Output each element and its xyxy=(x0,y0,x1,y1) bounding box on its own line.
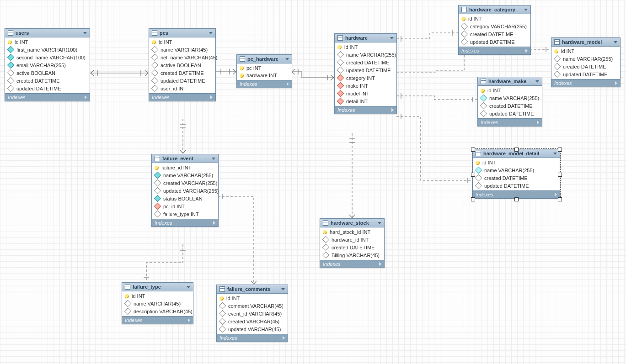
indexes-section[interactable]: Indexes xyxy=(320,260,384,268)
entity-failure_event[interactable]: failure_eventfailure_id INTname VARCHAR(… xyxy=(151,154,219,227)
column-row[interactable]: id INT xyxy=(122,292,193,300)
entity-header[interactable]: hardware_stock xyxy=(320,219,384,227)
column-row[interactable]: name VARCHAR(45) xyxy=(149,46,215,53)
column-row[interactable]: created DATETIME xyxy=(551,63,620,70)
column-row[interactable]: pc_id INT xyxy=(152,202,218,210)
er-diagram-canvas[interactable]: usersid INTfirst_name VARCHAR(100)second… xyxy=(0,0,626,364)
column-row[interactable]: event_id VARCHAR(45) xyxy=(217,310,288,317)
column-row[interactable]: id INT xyxy=(551,47,620,55)
entity-header[interactable]: hardware_make xyxy=(478,77,542,86)
entity-hardware_category[interactable]: hardware_categoryid INTcategory VARCHAR(… xyxy=(458,5,531,55)
column-row[interactable]: net_name VARCHAR(45) xyxy=(149,53,215,61)
column-row[interactable]: id INT xyxy=(478,87,542,94)
entity-header[interactable]: pcs xyxy=(149,29,215,37)
entity-hardware_make[interactable]: hardware_makeid INTname VARCHAR(255)crea… xyxy=(477,77,542,127)
column-row[interactable]: updated DATETIME xyxy=(459,38,530,46)
column-row[interactable]: Billing VARCHAR(45) xyxy=(320,251,384,259)
caret-down-icon[interactable] xyxy=(378,222,381,224)
entity-header[interactable]: hardware_model xyxy=(551,38,620,47)
column-row[interactable]: name VARCHAR(255) xyxy=(152,171,218,179)
caret-down-icon[interactable] xyxy=(187,286,190,288)
column-row[interactable]: pc INT xyxy=(237,64,292,72)
selection-handle[interactable] xyxy=(558,173,562,177)
indexes-section[interactable]: Indexes xyxy=(335,106,396,114)
selection-handle[interactable] xyxy=(471,148,475,152)
column-row[interactable]: name VARCHAR(255) xyxy=(473,166,560,174)
column-row[interactable]: actrive BOOLEAN xyxy=(149,61,215,69)
entity-header[interactable]: failure_type xyxy=(122,283,193,291)
entity-hardware_model_detail[interactable]: hardware_model_detailid INTname VARCHAR(… xyxy=(472,149,560,199)
column-row[interactable]: created DATETIME xyxy=(5,77,90,84)
column-row[interactable]: updated DATETIME xyxy=(473,182,560,190)
indexes-section[interactable]: Indexes xyxy=(5,93,90,101)
entity-users[interactable]: usersid INTfirst_name VARCHAR(100)second… xyxy=(5,28,90,101)
column-row[interactable]: detail INT xyxy=(335,97,396,105)
column-row[interactable]: id INT xyxy=(473,159,560,166)
column-row[interactable]: hardware_id INT xyxy=(320,236,384,243)
indexes-section[interactable]: Indexes xyxy=(551,79,620,87)
selection-handle[interactable] xyxy=(514,148,519,152)
column-row[interactable]: updated DATETIME xyxy=(5,84,90,92)
column-row[interactable]: category INT xyxy=(335,74,396,82)
column-row[interactable]: created DATETIME xyxy=(149,69,215,77)
entity-failure_comments[interactable]: failure_commentsid INTcomment VARCHAR(45… xyxy=(216,285,288,342)
column-row[interactable]: first_name VARCHAR(100) xyxy=(5,46,90,53)
column-row[interactable]: id INT xyxy=(459,15,530,22)
column-row[interactable]: category VARCHAR(255) xyxy=(459,22,530,30)
caret-down-icon[interactable] xyxy=(209,32,213,34)
column-row[interactable]: status BOOLEAN xyxy=(152,195,218,202)
indexes-section[interactable]: Indexes xyxy=(459,47,530,54)
entity-hardware_model[interactable]: hardware_modelid INTname VARCHAR(255)cre… xyxy=(551,37,621,87)
column-row[interactable]: id INT xyxy=(5,38,90,46)
column-row[interactable]: failure_id INT xyxy=(152,164,218,171)
selection-handle[interactable] xyxy=(514,197,519,201)
column-row[interactable]: created DATETIME xyxy=(478,102,542,110)
caret-down-icon[interactable] xyxy=(553,153,557,155)
column-row[interactable]: email VARCHAR(255) xyxy=(5,61,90,69)
column-row[interactable]: updated VARCHAR(45) xyxy=(217,325,288,333)
column-row[interactable]: hardware INT xyxy=(237,72,292,79)
entity-header[interactable]: users xyxy=(5,29,90,37)
indexes-section[interactable]: Indexes xyxy=(149,93,215,101)
column-row[interactable]: active BOOLEAN xyxy=(5,69,90,77)
column-row[interactable]: updated DATETIME xyxy=(551,70,620,78)
column-row[interactable]: hard_stock_id INT xyxy=(320,228,384,236)
caret-down-icon[interactable] xyxy=(524,9,528,11)
column-row[interactable]: id INT xyxy=(149,38,215,46)
column-row[interactable]: name VARCHAR(255) xyxy=(478,94,542,102)
column-row[interactable]: created DATETIME xyxy=(459,30,530,38)
column-row[interactable]: comment VARCHAR(45) xyxy=(217,302,288,310)
entity-pcs[interactable]: pcsid INTname VARCHAR(45)net_name VARCHA… xyxy=(149,28,216,101)
entity-header[interactable]: failure_event xyxy=(152,154,218,163)
entity-header[interactable]: hardware xyxy=(335,34,396,42)
column-row[interactable]: created VARCHAR(45) xyxy=(217,317,288,325)
column-row[interactable]: updated DATETIME xyxy=(149,77,215,84)
column-row[interactable]: name VARCHAR(255) xyxy=(551,55,620,63)
indexes-section[interactable]: Indexes xyxy=(478,118,542,126)
column-row[interactable]: user_id INT xyxy=(149,84,215,92)
entity-failure_type[interactable]: failure_typeid INTname VARCHAR(45)descri… xyxy=(122,282,193,324)
column-row[interactable]: updated DATETIME xyxy=(335,66,396,74)
caret-down-icon[interactable] xyxy=(281,288,285,290)
caret-down-icon[interactable] xyxy=(83,32,87,34)
column-row[interactable]: description VARCHAR(45) xyxy=(122,307,193,315)
entity-hardware[interactable]: hardwareid INTname VARCHAR(255)created D… xyxy=(334,33,397,114)
selection-handle[interactable] xyxy=(471,197,475,201)
column-row[interactable]: created DATETIME xyxy=(473,174,560,182)
selection-handle[interactable] xyxy=(558,148,562,152)
indexes-section[interactable]: Indexes xyxy=(122,316,193,324)
column-row[interactable]: failure_type INT xyxy=(152,210,218,218)
indexes-section[interactable]: Indexes xyxy=(152,219,218,227)
caret-down-icon[interactable] xyxy=(212,158,215,160)
indexes-section[interactable]: Indexes xyxy=(217,334,288,342)
caret-down-icon[interactable] xyxy=(535,80,539,83)
column-row[interactable]: model INT xyxy=(335,90,396,97)
column-row[interactable]: created VARCHAR(255) xyxy=(152,179,218,187)
indexes-section[interactable]: Indexes xyxy=(237,80,292,88)
column-row[interactable]: make INT xyxy=(335,82,396,90)
entity-hardware_stock[interactable]: hardware_stockhard_stock_id INThardware_… xyxy=(320,218,385,268)
entity-header[interactable]: pc_hardware xyxy=(237,55,292,63)
selection-handle[interactable] xyxy=(471,173,475,177)
column-row[interactable]: id INT xyxy=(217,295,288,302)
column-row[interactable]: id INT xyxy=(335,43,396,51)
